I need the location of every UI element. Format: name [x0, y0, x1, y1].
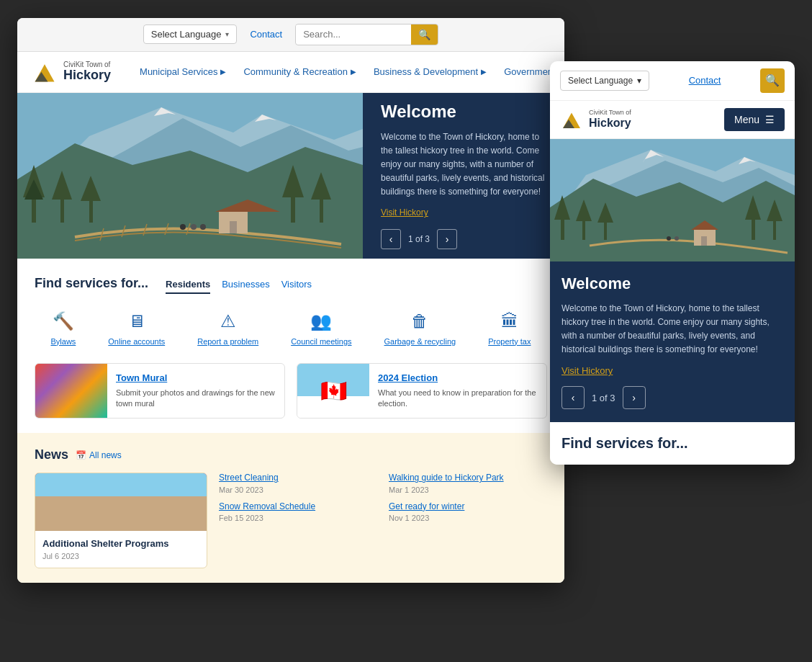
- nav-arrow-business: ▶: [481, 68, 487, 76]
- service-problem[interactable]: ⚠ Report a problem: [189, 305, 267, 352]
- news-snow-title[interactable]: Snow Removal Schedule: [219, 501, 377, 513]
- svg-rect-50: [701, 236, 707, 246]
- mobile-contact-link[interactable]: Contact: [689, 75, 721, 86]
- bylaws-icon: 🔨: [53, 311, 74, 331]
- svg-rect-40: [582, 220, 585, 240]
- news-street-cleaning-date: Mar 30 2023: [219, 486, 377, 494]
- desktop-hero-next-button[interactable]: ›: [437, 229, 457, 249]
- logo-town-name: Hickory: [63, 68, 111, 83]
- desktop-search-input[interactable]: [296, 25, 411, 43]
- mobile-welcome-panel: Welcome Welcome to the Town of Hickory, …: [550, 261, 795, 423]
- svg-point-28: [191, 224, 197, 230]
- svg-rect-13: [89, 200, 93, 223]
- nav-item-municipal[interactable]: Municipal Services ▶: [132, 62, 233, 81]
- tax-label: Property tax: [488, 337, 531, 346]
- garbage-label: Garbage & recycling: [384, 337, 456, 346]
- card-election-title[interactable]: 2024 Election: [378, 372, 538, 383]
- news-item-walking: Walking guide to Hickory Park Mar 1 2023: [389, 473, 547, 494]
- all-news-link[interactable]: 📅 All news: [76, 450, 122, 460]
- desktop-topbar: Select Language ▾ Contact 🔍: [17, 18, 564, 52]
- desktop-hero-prev-button[interactable]: ‹: [381, 229, 401, 249]
- news-winter-title[interactable]: Get ready for winter: [389, 501, 547, 513]
- desktop-hero-body: Welcome to the Town of Hickory, home to …: [381, 130, 546, 200]
- mobile-menu-button[interactable]: Menu ☰: [724, 108, 785, 131]
- nav-arrow-community: ▶: [351, 68, 356, 76]
- desktop-hero: Welcome Welcome to the Town of Hickory, …: [17, 93, 564, 259]
- svg-rect-17: [320, 197, 323, 223]
- card-mural-image: [35, 364, 107, 419]
- problem-label: Report a problem: [197, 337, 258, 346]
- mobile-logo[interactable]: CiviKit Town of Hickory: [560, 108, 631, 131]
- news-featured-title[interactable]: Additional Shelter Programs: [42, 538, 199, 549]
- svg-rect-42: [604, 221, 607, 240]
- service-council[interactable]: 👥 Council meetings: [282, 305, 360, 352]
- news-walking-title[interactable]: Walking guide to Hickory Park: [389, 473, 547, 484]
- desktop-logo[interactable]: CiviKit Town of Hickory: [32, 59, 111, 85]
- services-header: Find services for... Residents Businesse…: [35, 276, 547, 294]
- news-winter-date: Nov 1 2023: [389, 514, 547, 522]
- service-tax[interactable]: 🏛 Property tax: [479, 305, 539, 352]
- tab-residents[interactable]: Residents: [166, 279, 210, 294]
- tab-visitors[interactable]: Visitors: [281, 279, 312, 294]
- svg-rect-44: [752, 217, 755, 240]
- mobile-hero-nav: ‹ 1 of 3 ›: [561, 386, 783, 409]
- nav-item-community[interactable]: Community & Recreation ▶: [236, 62, 364, 81]
- mobile-lang-select[interactable]: Select Language ▾: [560, 71, 649, 91]
- lang-chevron-icon: ▾: [225, 30, 229, 38]
- council-icon: 👥: [310, 311, 332, 331]
- card-mural-title[interactable]: Town Mural: [116, 372, 276, 383]
- news-item-snow: Snow Removal Schedule Feb 15 2023: [219, 501, 377, 523]
- council-label: Council meetings: [291, 337, 351, 346]
- desktop-contact-link[interactable]: Contact: [244, 25, 288, 43]
- mobile-hero-prev-button[interactable]: ‹: [561, 386, 585, 409]
- service-garbage[interactable]: 🗑 Garbage & recycling: [376, 305, 465, 352]
- logo-icon: [32, 59, 58, 85]
- mobile-logo-town-name: Hickory: [589, 117, 631, 130]
- news-item-winter: Get ready for winter Nov 1 2023: [389, 501, 547, 523]
- mobile-window: Select Language ▾ Contact 🔍 CiviKit Town…: [550, 61, 795, 465]
- accounts-label: Online accounts: [108, 337, 165, 346]
- lang-label: Select Language: [151, 29, 222, 40]
- mobile-logo-icon: [560, 108, 583, 131]
- tax-icon: 🏛: [501, 311, 518, 331]
- desktop-cards-section: Town Mural Submit your photos and drawin…: [17, 363, 564, 434]
- news-title: News: [35, 447, 68, 462]
- mobile-menu-label: Menu: [734, 114, 759, 125]
- desktop-lang-select[interactable]: Select Language ▾: [143, 24, 238, 44]
- services-title: Find services for...: [35, 276, 148, 291]
- desktop-hero-title: Welcome: [381, 102, 546, 122]
- accounts-icon: 🖥: [128, 311, 145, 331]
- news-col-1: Street Cleaning Mar 30 2023 Snow Removal…: [219, 473, 377, 568]
- desktop-nav-links: Municipal Services ▶ Community & Recreat…: [132, 62, 564, 81]
- desktop-services-section: Find services for... Residents Businesse…: [17, 259, 564, 363]
- news-street-cleaning-title[interactable]: Street Cleaning: [219, 473, 377, 484]
- desktop-hero-counter: 1 of 3: [408, 234, 430, 244]
- svg-point-51: [667, 236, 671, 241]
- mobile-hamburger-icon: ☰: [765, 114, 775, 125]
- svg-rect-38: [561, 217, 564, 240]
- news-col-2: Walking guide to Hickory Park Mar 1 2023…: [389, 473, 547, 568]
- services-icons-grid: 🔨 Bylaws 🖥 Online accounts ⚠ Report a pr…: [35, 305, 547, 352]
- mobile-topbar: Select Language ▾ Contact 🔍: [550, 61, 795, 101]
- news-featured-item: Additional Shelter Programs Jul 6 2023: [35, 473, 207, 568]
- news-featured-date: Jul 6 2023: [42, 552, 199, 560]
- garbage-icon: 🗑: [411, 311, 428, 331]
- card-mural: Town Mural Submit your photos and drawin…: [35, 363, 285, 419]
- svg-rect-26: [230, 221, 237, 233]
- card-mural-desc: Submit your photos and drawings for the …: [116, 388, 276, 410]
- card-election-content: 2024 Election What you need to know in p…: [369, 364, 546, 419]
- mobile-logo-civikit: CiviKit Town of: [589, 109, 631, 117]
- tab-businesses[interactable]: Businesses: [222, 279, 269, 294]
- mobile-visit-link[interactable]: Visit Hickory: [561, 365, 783, 376]
- nav-item-business[interactable]: Business & Development ▶: [366, 62, 494, 81]
- service-bylaws[interactable]: 🔨 Bylaws: [42, 305, 84, 352]
- mobile-hero-svg: [550, 139, 795, 261]
- service-accounts[interactable]: 🖥 Online accounts: [99, 305, 173, 352]
- desktop-search-button[interactable]: 🔍: [411, 24, 438, 45]
- mobile-hero-next-button[interactable]: ›: [623, 386, 646, 409]
- desktop-news-section: News 📅 All news Additional Shelter Progr…: [17, 433, 564, 583]
- desktop-window: Select Language ▾ Contact 🔍 CiviKit Town…: [17, 18, 564, 583]
- desktop-visit-link[interactable]: Visit Hickory: [381, 207, 546, 218]
- mobile-search-button[interactable]: 🔍: [760, 68, 785, 93]
- nav-arrow-municipal: ▶: [220, 68, 226, 76]
